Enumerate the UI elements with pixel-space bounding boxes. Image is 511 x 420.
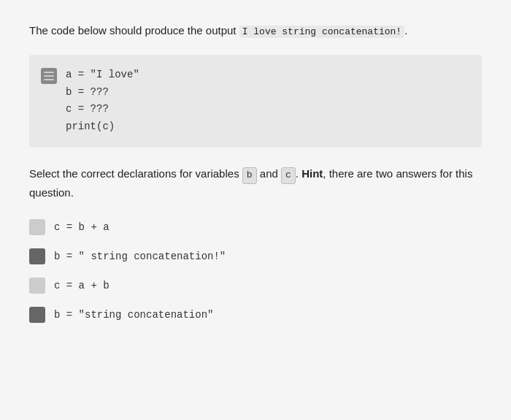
checkbox-4[interactable] bbox=[29, 307, 45, 323]
variable-b-badge: b bbox=[242, 167, 257, 184]
code-block-icon bbox=[41, 68, 57, 84]
intro-text-before: The code below should produce the output bbox=[29, 24, 239, 37]
intro-paragraph: The code below should produce the output… bbox=[29, 22, 482, 40]
question-text-before: Select the correct declarations for vari… bbox=[29, 167, 242, 180]
intro-text-after: . bbox=[404, 24, 407, 37]
option-item-1[interactable]: c = b + a bbox=[29, 219, 482, 235]
inline-code-output: I love string concatenation! bbox=[239, 26, 404, 38]
code-content: a = "I love" b = ??? c = ??? print(c) bbox=[66, 66, 139, 136]
code-line-4: print(c) bbox=[66, 118, 139, 136]
checkbox-2[interactable] bbox=[29, 248, 45, 264]
checkbox-3[interactable] bbox=[29, 278, 45, 294]
options-list: c = b + a b = " string concatenation!" c… bbox=[29, 219, 482, 323]
code-line-3: c = ??? bbox=[66, 101, 139, 118]
option-item-2[interactable]: b = " string concatenation!" bbox=[29, 248, 482, 264]
checkbox-1[interactable] bbox=[29, 219, 45, 235]
option-label-3: c = a + b bbox=[54, 280, 110, 291]
question-text-middle: and bbox=[257, 167, 281, 180]
variable-c-badge: c bbox=[281, 167, 296, 184]
code-line-2: b = ??? bbox=[66, 84, 139, 102]
option-label-4: b = "string concatenation" bbox=[54, 309, 213, 321]
code-block: a = "I love" b = ??? c = ??? print(c) bbox=[29, 55, 482, 148]
option-item-4[interactable]: b = "string concatenation" bbox=[29, 307, 482, 323]
question-paragraph: Select the correct declarations for vari… bbox=[29, 165, 482, 202]
option-label-2: b = " string concatenation!" bbox=[54, 251, 226, 262]
hint-bold: Hint bbox=[301, 167, 323, 180]
option-label-1: c = b + a bbox=[54, 221, 110, 233]
option-item-3[interactable]: c = a + b bbox=[29, 278, 482, 294]
code-line-1: a = "I love" bbox=[66, 66, 139, 84]
